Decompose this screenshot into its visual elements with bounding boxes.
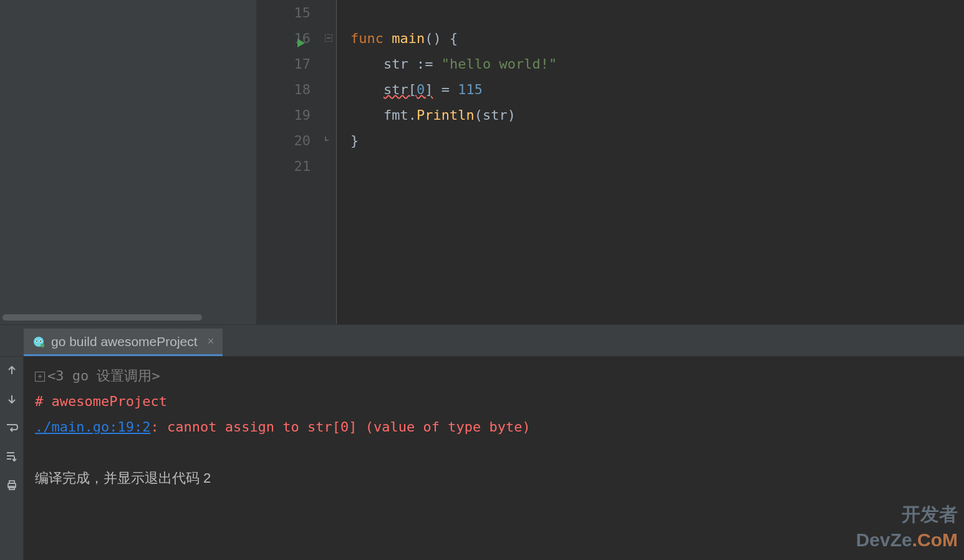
line-number[interactable]: 17 [257,51,311,77]
expand-icon[interactable]: + [35,372,45,382]
gopher-icon [32,336,45,348]
code-line[interactable]: str := "hello world!" [350,51,964,77]
code-area[interactable]: func main() { str := "hello world!" str[… [337,0,964,324]
scroll-to-end-icon[interactable] [4,449,19,464]
code-editor[interactable]: 15161718192021 func main() { str := "hel… [257,0,964,324]
line-number[interactable]: 18 [257,77,311,102]
error-file-link[interactable]: ./main.go:19:2 [35,419,150,435]
code-line[interactable]: func main() { [350,26,964,51]
console-error-line: ./main.go:19:2: cannot assign to str[0] … [35,414,953,440]
code-line[interactable]: str[0] = 115 [350,77,964,102]
line-number[interactable]: 21 [257,153,311,179]
fold-end-icon [324,137,333,145]
console-panel: +<3 go 设置调用> # awesomeProject ./main.go:… [0,357,964,560]
code-line[interactable] [350,0,964,26]
console-toolbar [0,357,24,560]
run-tab-bar: go build awesomeProject × [0,324,964,357]
console-settings-line: +<3 go 设置调用> [35,363,953,389]
run-tab-label: go build awesomeProject [51,334,198,349]
fold-minus-icon[interactable] [324,34,333,43]
console-build-header: # awesomeProject [35,389,953,414]
fold-column[interactable] [323,0,337,324]
console-exit-line: 编译完成，并显示退出代码 2 [35,465,953,491]
horizontal-scrollbar[interactable] [2,314,202,321]
svg-rect-9 [9,481,14,483]
line-number[interactable]: 15 [257,0,311,26]
print-icon[interactable] [4,478,19,493]
watermark: 开发者 DevZe.CoM [856,501,958,554]
code-line[interactable]: fmt.Println(str) [350,102,964,128]
console-output[interactable]: +<3 go 设置调用> # awesomeProject ./main.go:… [24,357,964,560]
line-number[interactable]: 20 [257,128,311,153]
down-arrow-icon[interactable] [4,392,19,407]
svg-point-7 [41,344,44,347]
svg-point-5 [36,340,37,342]
run-config-tab[interactable]: go build awesomeProject × [24,329,223,356]
line-number[interactable]: 19 [257,102,311,128]
project-sidebar[interactable] [0,0,257,324]
svg-point-6 [40,340,41,342]
close-icon[interactable]: × [208,335,214,348]
code-line[interactable]: } [350,128,964,153]
console-blank [35,440,953,465]
code-line[interactable] [350,153,964,179]
line-number-gutter: 15161718192021 [257,0,323,324]
soft-wrap-icon[interactable] [4,420,19,435]
main-area: 15161718192021 func main() { str := "hel… [0,0,964,324]
up-arrow-icon[interactable] [4,363,19,378]
